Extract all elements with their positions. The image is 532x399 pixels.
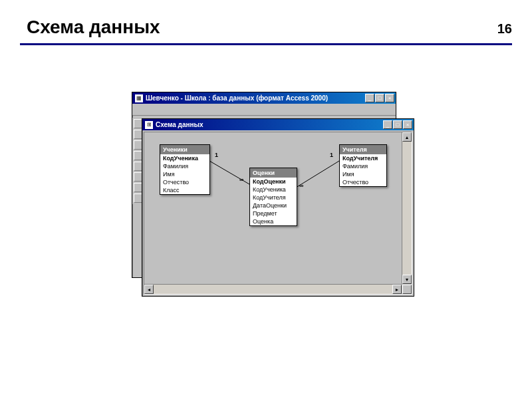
field-pk[interactable]: КодОценки <box>250 178 297 186</box>
minimize-button[interactable]: _ <box>365 94 374 102</box>
scroll-up-button[interactable]: ▲ <box>402 132 412 142</box>
cardinality-one: 1 <box>215 152 218 158</box>
table-header: Учителя <box>340 145 386 154</box>
field[interactable]: КодУченика <box>250 186 297 194</box>
close-button[interactable]: × <box>385 94 394 102</box>
cardinality-many: ∞ <box>299 182 303 189</box>
relationship-canvas[interactable]: 1 ∞ 1 ∞ Ученики КодУченика Фамилия Имя О… <box>146 134 400 282</box>
field-pk[interactable]: КодУченика <box>160 154 209 162</box>
field-pk[interactable]: КодУчителя <box>340 154 386 162</box>
field[interactable]: ДатаОценки <box>250 201 297 209</box>
schema-scroll-area: 1 ∞ 1 ∞ Ученики КодУченика Фамилия Имя О… <box>144 132 412 295</box>
field[interactable]: Фамилия <box>340 162 386 170</box>
table-grades[interactable]: Оценки КодОценки КодУченика КодУчителя Д… <box>249 168 297 226</box>
field[interactable]: Отчество <box>160 178 209 186</box>
field[interactable]: Имя <box>160 170 209 178</box>
page-number: 16 <box>497 21 512 37</box>
table-teachers[interactable]: Учителя КодУчителя Фамилия Имя Отчество <box>339 144 387 187</box>
schema-titlebar[interactable]: ⊞ Схема данных _ □ × <box>142 119 414 130</box>
field[interactable]: Оценка <box>250 217 297 225</box>
scroll-right-button[interactable]: ► <box>392 285 402 294</box>
maximize-button[interactable]: □ <box>375 94 384 102</box>
schema-title: Схема данных <box>156 121 383 128</box>
schema-icon: ⊞ <box>145 121 153 129</box>
scroll-down-button[interactable]: ▼ <box>402 275 412 284</box>
field[interactable]: Отчество <box>340 178 386 186</box>
table-students[interactable]: Ученики КодУченика Фамилия Имя Отчество … <box>160 144 210 195</box>
cardinality-many: ∞ <box>239 176 243 183</box>
horizontal-scrollbar[interactable]: ◄ ► <box>144 284 402 294</box>
field[interactable]: Предмет <box>250 209 297 217</box>
slide-title: Схема данных <box>27 17 160 38</box>
table-header: Оценки <box>250 168 297 178</box>
cardinality-one: 1 <box>330 152 333 158</box>
close-button[interactable]: × <box>403 120 412 129</box>
field[interactable]: КодУчителя <box>250 194 297 201</box>
table-header: Ученики <box>160 145 209 154</box>
scroll-left-button[interactable]: ◄ <box>144 285 154 294</box>
scroll-corner <box>402 285 412 294</box>
vertical-scrollbar[interactable]: ▲ ▼ <box>402 132 412 284</box>
header-divider <box>20 43 512 45</box>
schema-window: ⊞ Схема данных _ □ × 1 ∞ 1 ∞ Ученики <box>142 118 414 297</box>
db-window-titlebar[interactable]: ▦ Шевченко - Школа : база данных (формат… <box>132 92 396 104</box>
maximize-button[interactable]: □ <box>393 120 402 129</box>
screenshot-area: ▦ Шевченко - Школа : база данных (формат… <box>118 92 414 299</box>
field[interactable]: Класс <box>160 186 209 194</box>
access-icon: ▦ <box>135 94 143 102</box>
db-window-title: Шевченко - Школа : база данных (формат A… <box>146 94 365 102</box>
db-toolbar <box>132 104 396 116</box>
minimize-button[interactable]: _ <box>383 120 392 129</box>
field[interactable]: Фамилия <box>160 162 209 170</box>
field[interactable]: Имя <box>340 170 386 178</box>
